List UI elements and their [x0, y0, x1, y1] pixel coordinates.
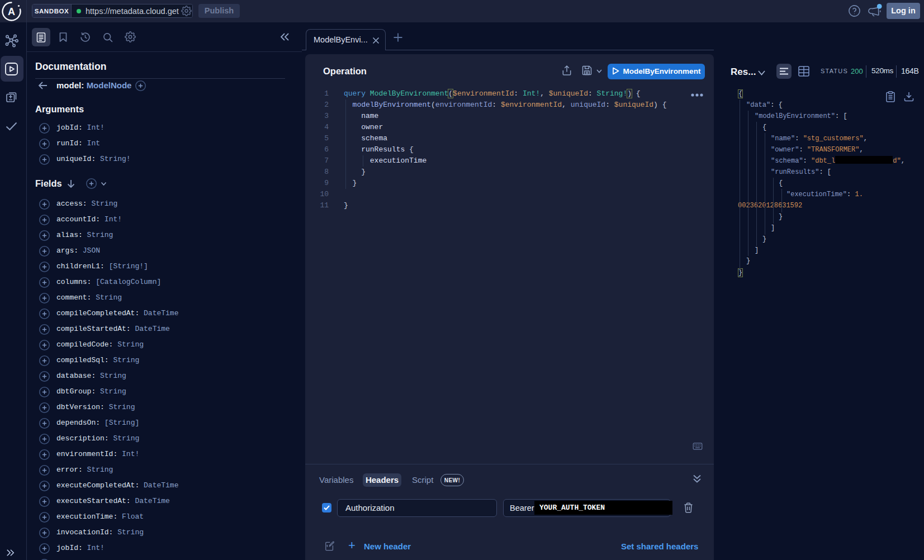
svg-text:A: A [8, 6, 15, 17]
